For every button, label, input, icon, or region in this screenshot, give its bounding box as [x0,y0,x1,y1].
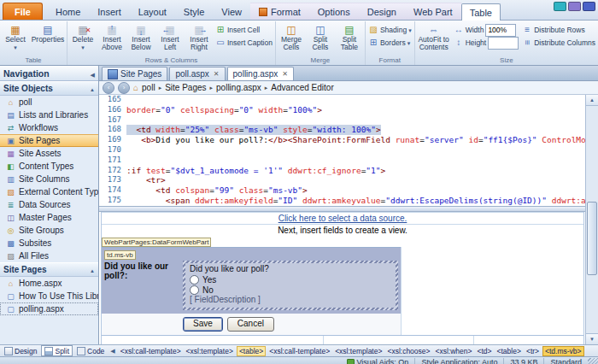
ribbon-tab[interactable]: Layout [130,3,175,20]
scrollbar-thumb[interactable] [587,202,597,275]
radio-icon[interactable] [190,285,199,295]
code-line[interactable]: 167 [99,115,585,126]
sidebar-item[interactable]: Master Pages [0,211,98,224]
split-cells-button[interactable]: Split Cells [306,22,335,56]
select-data-source-link[interactable]: Click here to select a data source. [278,214,407,223]
borders-button[interactable]: Borders [366,37,413,49]
insert-left-button[interactable]: Insert Left [155,22,185,56]
cancel-button[interactable]: Cancel [227,317,274,332]
split-view-divider[interactable] [99,206,585,212]
delete-button[interactable]: Delete [68,22,97,56]
tag-selector-item[interactable]: <xsl:when> [434,347,474,355]
ribbon-tab[interactable]: View [213,3,250,20]
design-view-button[interactable]: Design [2,346,39,355]
height-input[interactable] [488,37,519,50]
tag-selector-item[interactable]: <table> [495,347,523,355]
tag-selector-item[interactable]: <td> [476,347,494,355]
forward-icon[interactable]: › [118,82,130,94]
code-line[interactable]: 173 <tr> [99,175,585,185]
shading-button[interactable]: Shading [366,24,413,36]
sidebar-page-item[interactable]: How To Use This Library.aspx [0,290,98,302]
tag-selector-item[interactable]: <td.ms-vb> [542,346,584,356]
distribute-columns-button[interactable]: Distribute Columns [520,37,597,49]
option-yes[interactable]: Yes [190,274,391,285]
scrollbar-track[interactable] [586,106,598,333]
ribbon-tab[interactable]: Table [461,3,501,21]
tab-poll-aspx[interactable]: poll.aspx ✕ [169,67,225,80]
width-input[interactable] [485,24,516,37]
insert-below-button[interactable]: Insert Below [126,22,155,56]
sidebar-item[interactable]: Data Sources [0,198,98,211]
radio-icon[interactable] [190,275,199,285]
tab-site-pages[interactable]: Site Pages [102,67,167,80]
sidebar-item[interactable]: Site Columns [0,173,98,185]
style-application-status[interactable]: Style Application: Auto [414,358,503,364]
ribbon-tab[interactable]: Design [359,3,405,20]
sidebar-item[interactable]: poll [0,96,98,109]
sidebar-item[interactable]: External Content Types [0,185,98,198]
tag-selector-item[interactable]: <tr> [525,347,541,355]
ribbon-tab[interactable]: Web Part [405,3,461,20]
tag-selector-item[interactable]: <xsl:call-template> [119,347,183,355]
code-line[interactable]: 165 [99,95,585,105]
sidebar-item[interactable]: Content Types [0,160,98,173]
sidebar-item[interactable]: All Files [0,250,98,262]
breadcrumb-item[interactable]: Advanced Editor [271,83,333,92]
tag-selector-item[interactable]: <xsl:template> [185,347,235,355]
ribbon-tab[interactable]: Home [47,3,89,20]
layout-table[interactable] [102,335,583,344]
insert-right-button[interactable]: Insert Right [185,22,214,56]
minimize-button[interactable] [554,2,566,11]
collapse-pane-icon[interactable] [91,68,95,79]
sidebar-item[interactable]: Workflows [0,121,98,134]
webpart-tag-chip[interactable]: WebPartPages:DataFormWebPart [102,238,211,247]
code-line[interactable]: 166border="0" cellspacing="0" width="100… [99,105,585,115]
split-view-button[interactable]: Split [41,345,73,356]
tag-selector-item[interactable]: <xsl:template> [333,347,384,355]
split-table-button[interactable]: Split Table [335,22,364,56]
code-line[interactable]: 170 [99,145,585,156]
distribute-rows-button[interactable]: Distribute Rows [520,24,597,36]
sidebar-item[interactable]: Site Pages [0,134,98,147]
sidebar-item[interactable]: Lists and Libraries [0,109,98,121]
ribbon-tab[interactable]: Insert [89,3,130,20]
insert-cell-button[interactable]: Insert Cell [214,24,274,36]
tag-scroll-left-icon[interactable]: ◀ [108,348,116,355]
ribbon-tab[interactable]: Options [309,3,359,20]
scroll-down-icon[interactable]: ▼ [586,333,598,344]
dataform-webpart[interactable]: td.ms-vb Did you like our poll?: Did you… [102,247,401,335]
code-line[interactable]: 174 <td colspan="99" class="ms-vb"> [99,185,585,196]
resize-grip[interactable] [588,358,598,364]
option-no[interactable]: No [190,285,391,295]
insert-caption-button[interactable]: Insert Caption [214,37,274,49]
table-cell[interactable] [474,336,583,344]
back-icon[interactable]: ‹ [103,82,114,94]
merge-cells-button[interactable]: Merge Cells [277,22,306,56]
vertical-scrollbar[interactable]: ▲ ▼ [585,95,598,344]
site-objects-header[interactable]: Site Objects [0,81,98,96]
design-view[interactable]: Click here to select a data source. Next… [99,212,585,344]
ribbon-tab[interactable]: File [3,3,43,20]
autofit-button[interactable]: AutoFit to Contents [416,22,452,56]
code-line[interactable]: 175 <span ddwrt:amkeyfield="ID" ddwrt:am… [99,196,585,206]
close-tab-icon[interactable]: ✕ [214,70,220,78]
code-line[interactable]: 172:if test="$dvt_1_automode = '1'" ddwr… [99,166,585,176]
sidebar-item[interactable]: Site Groups [0,224,98,237]
breadcrumb-item[interactable]: Site Pages [165,83,206,92]
select-button[interactable]: Select [1,22,30,56]
scroll-up-icon[interactable]: ▲ [586,95,598,106]
tab-polling-aspx[interactable]: polling.aspx ✕ [227,67,295,80]
breadcrumb-item[interactable]: poll [142,83,155,92]
tag-selector-item[interactable]: <xsl:call-template> [267,347,331,355]
maximize-button[interactable] [568,2,581,11]
sidebar-page-item[interactable]: Home.aspx [0,277,98,290]
ribbon-tab[interactable]: Style [175,3,213,20]
sidebar-item[interactable]: Site Assets [0,147,98,160]
site-pages-header[interactable]: Site Pages [0,262,98,277]
tag-selector-item[interactable]: <table> [237,346,266,356]
table-cell[interactable] [324,336,474,344]
sidebar-item[interactable]: Subsites [0,237,98,250]
ribbon-tab[interactable]: Format [250,3,309,20]
formfield-control[interactable]: Did you like our poll? Yes [183,261,398,310]
close-tab-icon[interactable]: ✕ [282,70,288,78]
